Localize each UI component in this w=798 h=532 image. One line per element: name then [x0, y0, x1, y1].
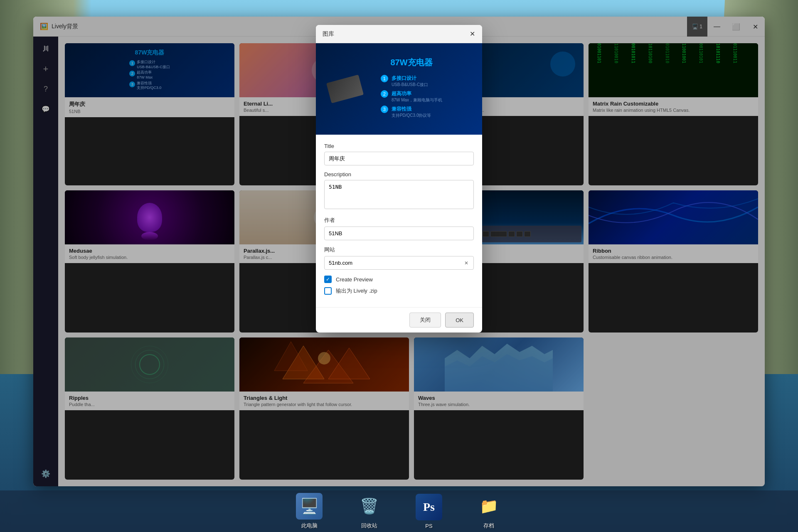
preview-item-title-2: 超高功率	[392, 90, 442, 97]
author-input[interactable]	[324, 227, 474, 240]
create-preview-group: ✓ Create Preview	[324, 276, 474, 283]
preview-item-text-1: USB-B&USB-C接口	[392, 82, 428, 88]
modal-overlay: 图库 ✕ 87W充电器 1 多接口设计 USB-B&USB-C接口	[33, 17, 765, 486]
preview-item-text-3: 支持PD/QC3.0协议等	[392, 113, 431, 118]
website-clear-button[interactable]: ✕	[462, 259, 470, 267]
preview-product-list: 1 多接口设计 USB-B&USB-C接口 2 超高功率 87W Max，兼顾电…	[381, 72, 442, 121]
dialog-footer: 关闭 OK	[316, 307, 482, 332]
taskbar-item-ps[interactable]: Ps PS	[416, 494, 442, 529]
form-label-author: 作者	[324, 217, 474, 224]
taskbar-icon-computer: 🖥️	[296, 493, 323, 520]
dialog-close-button[interactable]: ✕	[466, 27, 479, 41]
taskbar-icon-ps: Ps	[416, 494, 442, 520]
dialog: 图库 ✕ 87W充电器 1 多接口设计 USB-B&USB-C接口	[316, 25, 482, 332]
preview-item-title-1: 多接口设计	[392, 75, 428, 82]
taskbar-icon-recycle: 🗑️	[356, 493, 382, 520]
form-label-website: 网站	[324, 246, 474, 254]
preview-product-title: 87W充电器	[390, 57, 432, 68]
checkbox-checkmark: ✓	[326, 276, 330, 282]
website-input-container: ✕	[324, 256, 474, 270]
form-label-description: Description	[324, 171, 474, 177]
preview-item-num-2: 2	[381, 90, 388, 98]
description-textarea[interactable]: 51NB	[324, 180, 474, 209]
form-group-website: 网站 ✕	[324, 246, 474, 270]
form-group-author: 作者	[324, 217, 474, 240]
preview-item-num-1: 1	[381, 75, 388, 82]
taskbar-item-archive[interactable]: 📁 存档	[475, 493, 502, 530]
dialog-body: Title Description 51NB 作者 网站	[316, 135, 482, 307]
dialog-titlebar: 图库 ✕	[316, 25, 482, 43]
dialog-preview: 87W充电器 1 多接口设计 USB-B&USB-C接口 2	[316, 43, 482, 135]
taskbar-label-ps: PS	[425, 523, 432, 529]
app-window: 🖼️ Lively背景 🖥️ 1 — ⬜ ✕ 川 + ? 💬 ⚙️	[33, 17, 765, 486]
title-input[interactable]	[324, 152, 474, 165]
export-zip-group: 输出为 Lively .zip	[324, 287, 474, 295]
taskbar-item-recycle[interactable]: 🗑️ 回收站	[356, 493, 382, 530]
taskbar-label-recycle: 回收站	[361, 522, 377, 530]
form-label-title: Title	[324, 143, 474, 149]
form-group-description: Description 51NB	[324, 171, 474, 211]
dialog-title: 图库	[323, 30, 334, 38]
preview-item-title-3: 兼容性强	[392, 106, 431, 113]
export-zip-label: 输出为 Lively .zip	[336, 287, 377, 295]
create-preview-label: Create Preview	[336, 276, 373, 283]
create-preview-checkbox[interactable]: ✓	[324, 276, 332, 283]
taskbar-item-computer[interactable]: 🖥️ 此电脑	[296, 493, 323, 530]
close-dialog-button[interactable]: 关闭	[409, 313, 441, 328]
taskbar-icon-archive: 📁	[475, 493, 502, 520]
ok-button[interactable]: OK	[445, 313, 474, 328]
preview-device-image	[326, 74, 364, 103]
preview-item-num-3: 3	[381, 106, 388, 113]
export-zip-checkbox[interactable]	[324, 287, 332, 295]
website-input[interactable]	[324, 256, 474, 270]
taskbar-label-archive: 存档	[483, 522, 494, 530]
taskbar-label-computer: 此电脑	[301, 522, 318, 530]
preview-item-text-2: 87W Max，兼顾电脑与手机	[392, 97, 442, 103]
form-group-title: Title	[324, 143, 474, 165]
taskbar: 🖥️ 此电脑 🗑️ 回收站 Ps PS 📁 存档	[0, 490, 798, 532]
